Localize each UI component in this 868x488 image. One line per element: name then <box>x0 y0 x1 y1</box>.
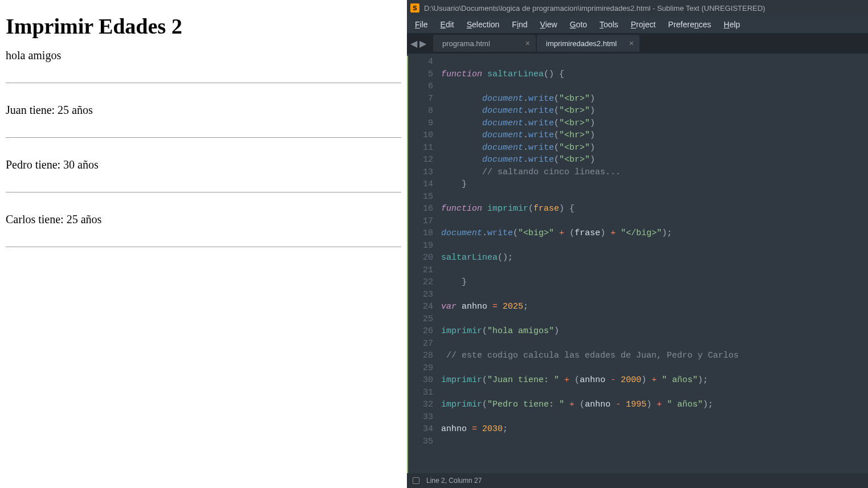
sublime-editor: S D:\Usuario\Documents\logica de program… <box>407 0 868 488</box>
output-line: Pedro tiene: 30 años <box>6 158 401 213</box>
tab-imprimiredades2[interactable]: imprimiredades2.html × <box>537 35 639 52</box>
page-title: Imprimir Edades 2 <box>6 14 401 39</box>
browser-output-pane: Imprimir Edades 2 hola amigos Juan tiene… <box>0 0 407 488</box>
tab-nav-arrows: ◀ ▶ <box>410 38 426 49</box>
tab-programa[interactable]: programa.html × <box>433 35 536 52</box>
menu-selection[interactable]: Selection <box>461 18 506 31</box>
tab-label: imprimiredades2.html <box>546 39 617 48</box>
output-line: hola amigos <box>6 49 401 104</box>
tab-label: programa.html <box>442 39 490 48</box>
menu-goto[interactable]: Goto <box>564 18 593 31</box>
code-content[interactable]: function saltarLinea() { document.write(… <box>441 56 822 473</box>
menu-file[interactable]: File <box>409 18 434 31</box>
statusbar: Line 2, Column 27 <box>407 473 868 488</box>
window-titlebar[interactable]: S D:\Usuario\Documents\logica de program… <box>407 0 868 16</box>
panel-toggle-icon[interactable] <box>413 477 419 484</box>
menu-edit[interactable]: Edit <box>435 18 460 31</box>
nav-back-icon[interactable]: ◀ <box>410 38 417 49</box>
tabbar: ◀ ▶ programa.html × imprimiredades2.html… <box>407 33 868 54</box>
line-number-gutter: 4567891011121314151617181920212223242526… <box>407 56 441 473</box>
menubar: File Edit Selection Find View Goto Tools… <box>407 16 868 33</box>
menu-find[interactable]: Find <box>506 18 533 31</box>
sublime-icon: S <box>410 3 419 13</box>
code-editor[interactable]: 4567891011121314151617181920212223242526… <box>407 54 868 473</box>
output-line: Carlos tiene: 25 años <box>6 213 401 268</box>
close-icon[interactable]: × <box>629 39 634 48</box>
menu-project[interactable]: Project <box>625 18 662 31</box>
output-line: Juan tiene: 25 años <box>6 104 401 158</box>
status-text: Line 2, Column 27 <box>426 477 482 485</box>
menu-preferences[interactable]: Preferences <box>662 18 717 31</box>
window-title: D:\Usuario\Documents\logica de programac… <box>424 4 765 13</box>
menu-tools[interactable]: Tools <box>594 18 624 31</box>
menu-help[interactable]: Help <box>718 18 746 31</box>
minimap[interactable] <box>822 56 868 473</box>
close-icon[interactable]: × <box>525 39 530 48</box>
menu-view[interactable]: View <box>535 18 563 31</box>
nav-forward-icon[interactable]: ▶ <box>419 38 426 49</box>
